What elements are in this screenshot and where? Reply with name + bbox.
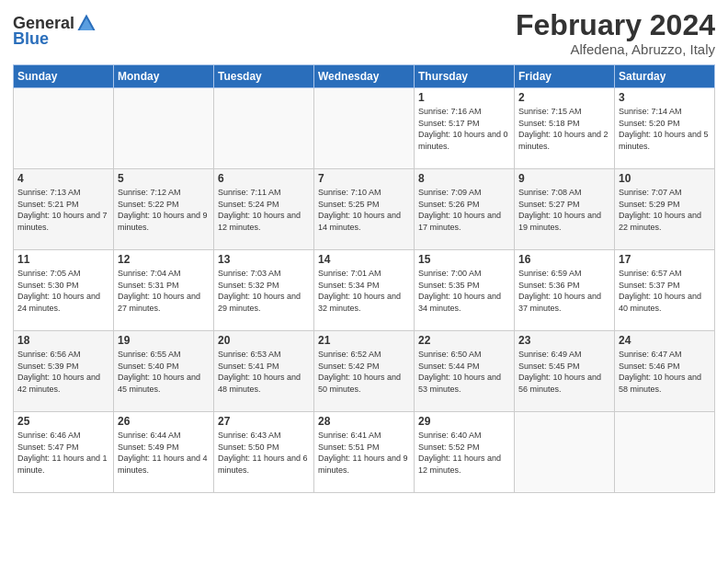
calendar-cell: 3Sunrise: 7:14 AM Sunset: 5:20 PM Daylig… [615,88,715,169]
calendar-cell: 12Sunrise: 7:04 AM Sunset: 5:31 PM Dayli… [114,250,214,331]
header-saturday: Saturday [615,65,715,88]
day-info: Sunrise: 6:52 AM Sunset: 5:42 PM Dayligh… [318,349,410,395]
day-info: Sunrise: 7:00 AM Sunset: 5:35 PM Dayligh… [418,268,510,314]
day-info: Sunrise: 7:01 AM Sunset: 5:34 PM Dayligh… [318,268,410,314]
day-info: Sunrise: 6:55 AM Sunset: 5:40 PM Dayligh… [118,349,210,395]
day-number: 14 [318,253,410,266]
calendar-week-3: 11Sunrise: 7:05 AM Sunset: 5:30 PM Dayli… [14,250,715,331]
calendar-cell: 28Sunrise: 6:41 AM Sunset: 5:51 PM Dayli… [314,412,415,493]
day-number: 20 [218,334,310,347]
calendar-cell: 21Sunrise: 6:52 AM Sunset: 5:42 PM Dayli… [314,331,415,412]
day-number: 3 [619,91,711,104]
calendar-cell: 16Sunrise: 6:59 AM Sunset: 5:36 PM Dayli… [515,250,615,331]
day-info: Sunrise: 6:50 AM Sunset: 5:44 PM Dayligh… [418,349,510,395]
calendar-cell [515,412,615,493]
header-tuesday: Tuesday [214,65,314,88]
header-friday: Friday [515,65,615,88]
calendar-cell: 25Sunrise: 6:46 AM Sunset: 5:47 PM Dayli… [14,412,114,493]
calendar-week-4: 18Sunrise: 6:56 AM Sunset: 5:39 PM Dayli… [14,331,715,412]
day-number: 17 [619,253,711,266]
header-wednesday: Wednesday [314,65,415,88]
day-info: Sunrise: 7:04 AM Sunset: 5:31 PM Dayligh… [118,268,210,314]
calendar-cell: 24Sunrise: 6:47 AM Sunset: 5:46 PM Dayli… [615,331,715,412]
calendar-cell: 2Sunrise: 7:15 AM Sunset: 5:18 PM Daylig… [515,88,615,169]
day-number: 19 [118,334,210,347]
calendar-cell: 17Sunrise: 6:57 AM Sunset: 5:37 PM Dayli… [615,250,715,331]
calendar-cell [114,88,214,169]
day-info: Sunrise: 7:05 AM Sunset: 5:30 PM Dayligh… [17,268,109,314]
calendar-cell [14,88,114,169]
calendar-cell: 7Sunrise: 7:10 AM Sunset: 5:25 PM Daylig… [314,169,415,250]
calendar-cell: 6Sunrise: 7:11 AM Sunset: 5:24 PM Daylig… [214,169,314,250]
subtitle: Alfedena, Abruzzo, Italy [516,41,715,57]
day-info: Sunrise: 7:13 AM Sunset: 5:21 PM Dayligh… [17,187,109,233]
calendar-cell: 18Sunrise: 6:56 AM Sunset: 5:39 PM Dayli… [14,331,114,412]
day-number: 4 [17,172,109,185]
day-number: 2 [518,91,610,104]
calendar-week-2: 4Sunrise: 7:13 AM Sunset: 5:21 PM Daylig… [14,169,715,250]
calendar-cell: 9Sunrise: 7:08 AM Sunset: 5:27 PM Daylig… [515,169,615,250]
month-title: February 2024 [516,9,715,41]
day-info: Sunrise: 6:43 AM Sunset: 5:50 PM Dayligh… [218,430,310,476]
day-number: 25 [17,415,109,428]
calendar-cell: 27Sunrise: 6:43 AM Sunset: 5:50 PM Dayli… [214,412,314,493]
day-number: 29 [418,415,510,428]
header-row: Sunday Monday Tuesday Wednesday Thursday… [14,65,715,88]
calendar-table: Sunday Monday Tuesday Wednesday Thursday… [13,64,715,493]
header-monday: Monday [114,65,214,88]
calendar-cell: 23Sunrise: 6:49 AM Sunset: 5:45 PM Dayli… [515,331,615,412]
header-area: General Blue February 2024 Alfedena, Abr… [13,9,715,57]
calendar-week-1: 1Sunrise: 7:16 AM Sunset: 5:17 PM Daylig… [14,88,715,169]
day-info: Sunrise: 7:10 AM Sunset: 5:25 PM Dayligh… [318,187,410,233]
day-number: 5 [118,172,210,185]
header-thursday: Thursday [415,65,515,88]
day-info: Sunrise: 7:12 AM Sunset: 5:22 PM Dayligh… [118,187,210,233]
calendar-cell: 19Sunrise: 6:55 AM Sunset: 5:40 PM Dayli… [114,331,214,412]
day-number: 6 [218,172,310,185]
day-info: Sunrise: 6:44 AM Sunset: 5:49 PM Dayligh… [118,430,210,476]
day-info: Sunrise: 7:15 AM Sunset: 5:18 PM Dayligh… [518,106,610,152]
day-number: 13 [218,253,310,266]
day-number: 16 [518,253,610,266]
calendar-cell: 13Sunrise: 7:03 AM Sunset: 5:32 PM Dayli… [214,250,314,331]
day-info: Sunrise: 7:16 AM Sunset: 5:17 PM Dayligh… [418,106,510,152]
day-number: 27 [218,415,310,428]
day-info: Sunrise: 6:59 AM Sunset: 5:36 PM Dayligh… [518,268,610,314]
day-info: Sunrise: 7:11 AM Sunset: 5:24 PM Dayligh… [218,187,310,233]
day-info: Sunrise: 6:53 AM Sunset: 5:41 PM Dayligh… [218,349,310,395]
day-info: Sunrise: 7:14 AM Sunset: 5:20 PM Dayligh… [619,106,711,152]
day-number: 12 [118,253,210,266]
day-info: Sunrise: 7:09 AM Sunset: 5:26 PM Dayligh… [418,187,510,233]
day-info: Sunrise: 6:47 AM Sunset: 5:46 PM Dayligh… [619,349,711,395]
calendar-cell: 29Sunrise: 6:40 AM Sunset: 5:52 PM Dayli… [415,412,515,493]
day-number: 28 [318,415,410,428]
logo-icon [76,13,97,33]
calendar-cell: 4Sunrise: 7:13 AM Sunset: 5:21 PM Daylig… [14,169,114,250]
calendar-cell: 1Sunrise: 7:16 AM Sunset: 5:17 PM Daylig… [415,88,515,169]
day-number: 18 [17,334,109,347]
logo: General Blue [13,13,98,49]
calendar-cell: 5Sunrise: 7:12 AM Sunset: 5:22 PM Daylig… [114,169,214,250]
calendar-cell: 20Sunrise: 6:53 AM Sunset: 5:41 PM Dayli… [214,331,314,412]
day-info: Sunrise: 7:07 AM Sunset: 5:29 PM Dayligh… [619,187,711,233]
day-info: Sunrise: 6:56 AM Sunset: 5:39 PM Dayligh… [17,349,109,395]
calendar-cell: 22Sunrise: 6:50 AM Sunset: 5:44 PM Dayli… [415,331,515,412]
day-info: Sunrise: 6:40 AM Sunset: 5:52 PM Dayligh… [418,430,510,476]
day-number: 15 [418,253,510,266]
calendar-cell: 15Sunrise: 7:00 AM Sunset: 5:35 PM Dayli… [415,250,515,331]
calendar-cell: 11Sunrise: 7:05 AM Sunset: 5:30 PM Dayli… [14,250,114,331]
day-number: 7 [318,172,410,185]
header-sunday: Sunday [14,65,114,88]
day-number: 8 [418,172,510,185]
calendar-cell: 14Sunrise: 7:01 AM Sunset: 5:34 PM Dayli… [314,250,415,331]
day-number: 10 [619,172,711,185]
calendar-cell: 10Sunrise: 7:07 AM Sunset: 5:29 PM Dayli… [615,169,715,250]
day-info: Sunrise: 7:03 AM Sunset: 5:32 PM Dayligh… [218,268,310,314]
calendar-cell [615,412,715,493]
day-number: 11 [17,253,109,266]
day-number: 24 [619,334,711,347]
calendar-cell: 8Sunrise: 7:09 AM Sunset: 5:26 PM Daylig… [415,169,515,250]
day-info: Sunrise: 6:57 AM Sunset: 5:37 PM Dayligh… [619,268,711,314]
title-area: February 2024 Alfedena, Abruzzo, Italy [516,9,715,57]
day-info: Sunrise: 6:46 AM Sunset: 5:47 PM Dayligh… [17,430,109,476]
